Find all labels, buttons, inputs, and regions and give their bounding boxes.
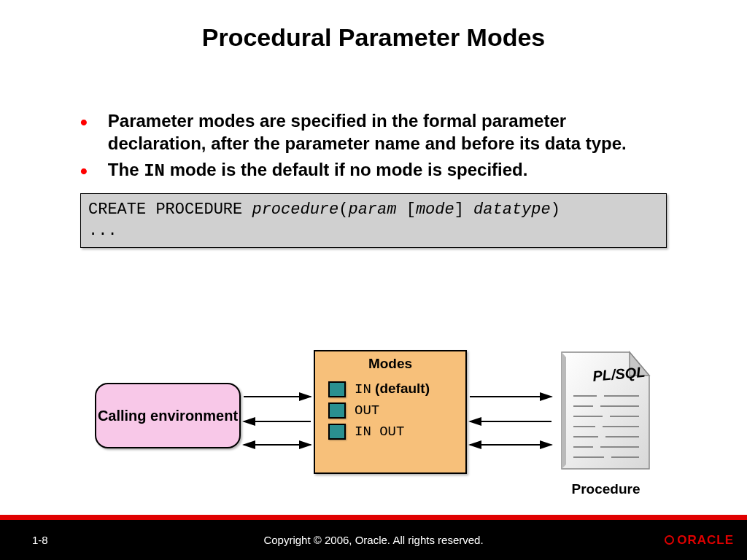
slide-title: Procedural Parameter Modes	[0, 0, 747, 52]
bullet-text: Parameter modes are specified in the for…	[108, 110, 667, 155]
code-punct: (	[338, 201, 348, 219]
modes-title: Modes	[315, 356, 465, 372]
code-punct: )	[551, 201, 560, 219]
calling-environment-box: Calling environment	[95, 383, 241, 448]
code-punct: ]	[454, 201, 473, 219]
bullet-list: • Parameter modes are specified in the f…	[80, 110, 667, 183]
calling-label: Calling environment	[98, 407, 238, 424]
bullet-dot-icon: •	[80, 112, 88, 133]
oracle-dot-icon	[665, 535, 674, 545]
code-variable: mode	[416, 201, 454, 219]
mode-row-in: IN (default)	[328, 381, 465, 397]
code-punct: [	[406, 201, 416, 219]
modes-box: Modes IN (default) OUT IN OUT	[314, 350, 467, 474]
mode-row-inout: IN OUT	[328, 424, 465, 440]
mode-note: (default)	[371, 381, 430, 396]
bullet-text: The IN mode is the default if no mode is…	[108, 159, 667, 183]
page-number: 1-8	[32, 534, 48, 546]
code-space	[396, 201, 406, 219]
code-fragment: IN	[144, 161, 165, 181]
oracle-logo: ORACLE	[665, 533, 734, 548]
bullet-dot-icon: •	[80, 161, 88, 182]
text-fragment: The	[108, 160, 144, 179]
footer: 1-8 Copyright © 2006, Oracle. All rights…	[0, 520, 747, 560]
procedure-label: Procedure	[553, 481, 659, 497]
mode-code: IN OUT	[355, 424, 404, 440]
code-example: CREATE PROCEDURE procedure(param [mode] …	[80, 193, 667, 248]
code-variable: procedure	[252, 201, 338, 219]
mode-swatch-icon	[328, 402, 346, 419]
mode-row-out: OUT	[328, 402, 465, 419]
mode-swatch-icon	[328, 424, 346, 440]
code-keyword: CREATE PROCEDURE	[88, 201, 252, 219]
mode-swatch-icon	[328, 381, 346, 397]
copyright-text: Copyright © 2006, Oracle. All rights res…	[0, 534, 747, 546]
code-variable: param	[348, 201, 396, 219]
bullet-item: • Parameter modes are specified in the f…	[80, 110, 667, 155]
mode-code: IN	[355, 381, 371, 397]
oracle-brand-text: ORACLE	[677, 533, 734, 548]
bullet-item: • The IN mode is the default if no mode …	[80, 159, 667, 183]
code-ellipsis: ...	[88, 222, 117, 240]
diagram: Calling environment Modes IN (default) O…	[0, 343, 747, 510]
footer-red-bar	[0, 515, 747, 520]
plsql-document-icon: PL/SQL	[553, 346, 659, 474]
code-variable: datatype	[473, 201, 551, 219]
text-fragment: mode is the default if no mode is specif…	[165, 160, 527, 179]
mode-code: OUT	[355, 402, 379, 419]
